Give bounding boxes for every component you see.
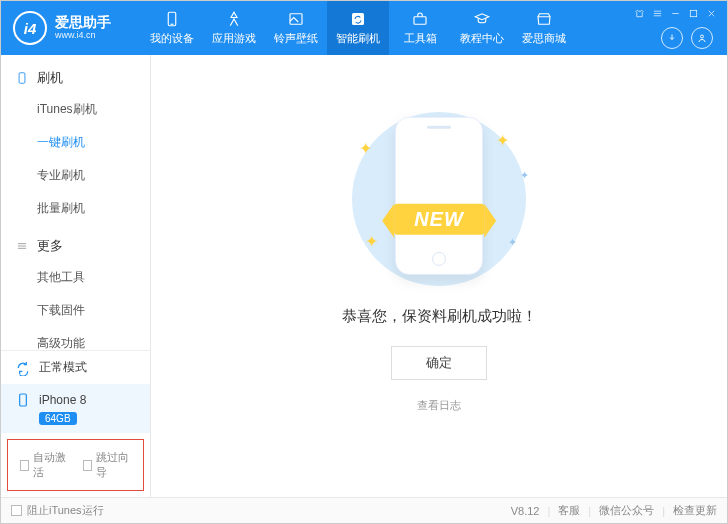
sidebar-bottom: 正常模式 iPhone 8 64GB 自动激活	[1, 350, 150, 497]
sidebar-group-title: 更多	[37, 237, 63, 255]
nav-label: 教程中心	[460, 31, 504, 46]
nav-tutorial[interactable]: 教程中心	[451, 1, 513, 55]
phone-icon	[163, 10, 181, 28]
device-icon	[15, 392, 31, 408]
auto-options-box: 自动激活 跳过向导	[7, 439, 144, 491]
phone-outline-icon	[15, 71, 29, 85]
toolbox-icon	[411, 10, 429, 28]
nav-mall[interactable]: 爱思商城	[513, 1, 575, 55]
sidebar-item-advanced[interactable]: 高级功能	[1, 327, 150, 350]
version-label: V8.12	[511, 505, 540, 517]
confirm-button[interactable]: 确定	[391, 346, 487, 380]
app-header: i4 爱思助手 www.i4.cn 我的设备 应用游戏 铃声壁纸 智能刷机	[1, 1, 727, 55]
maximize-icon[interactable]	[687, 7, 699, 19]
image-icon	[287, 10, 305, 28]
sidebar-item-itunes-flash[interactable]: iTunes刷机	[1, 93, 150, 126]
sidebar-item-download-firmware[interactable]: 下载固件	[1, 294, 150, 327]
sparkle-icon: ✦	[496, 131, 509, 150]
store-icon	[535, 10, 553, 28]
logo-subtitle: www.i4.cn	[55, 31, 111, 41]
shirt-icon[interactable]	[633, 7, 645, 19]
sparkle-icon: ✦	[520, 169, 529, 182]
checkbox-box-icon	[20, 460, 29, 471]
mode-status-row[interactable]: 正常模式	[1, 351, 150, 384]
nav-apps-games[interactable]: 应用游戏	[203, 1, 265, 55]
app-body: 刷机 iTunes刷机 一键刷机 专业刷机 批量刷机 更多 其他工具 下载固件 …	[1, 55, 727, 497]
wechat-link[interactable]: 微信公众号	[599, 503, 654, 518]
logo-badge: i4	[13, 11, 47, 45]
footer-right: V8.12 | 客服 | 微信公众号 | 检查更新	[511, 503, 717, 518]
minimize-icon[interactable]	[669, 7, 681, 19]
nav-label: 应用游戏	[212, 31, 256, 46]
svg-rect-9	[690, 10, 696, 16]
checkbox-block-itunes[interactable]: 阻止iTunes运行	[11, 503, 104, 518]
sidebar: 刷机 iTunes刷机 一键刷机 专业刷机 批量刷机 更多 其他工具 下载固件 …	[1, 55, 151, 497]
logo-title: 爱思助手	[55, 15, 111, 30]
device-name: iPhone 8	[39, 393, 86, 407]
success-illustration: ✦ ✦ ✦ ✦ ✦ NEW	[329, 109, 549, 289]
checkbox-auto-activate[interactable]: 自动激活	[20, 450, 69, 480]
nav-ringtone-wallpaper[interactable]: 铃声壁纸	[265, 1, 327, 55]
nav-my-device[interactable]: 我的设备	[141, 1, 203, 55]
nav-label: 智能刷机	[336, 31, 380, 46]
logo-block: i4 爱思助手 www.i4.cn	[1, 11, 141, 45]
header-circle-buttons	[661, 27, 713, 49]
sidebar-item-batch-flash[interactable]: 批量刷机	[1, 192, 150, 225]
app-window: i4 爱思助手 www.i4.cn 我的设备 应用游戏 铃声壁纸 智能刷机	[0, 0, 728, 524]
graduation-icon	[473, 10, 491, 28]
menu-icon[interactable]	[651, 7, 663, 19]
sync-icon	[15, 360, 31, 376]
storage-badge: 64GB	[39, 412, 77, 425]
user-button[interactable]	[691, 27, 713, 49]
refresh-icon	[349, 10, 367, 28]
sidebar-group-flash: 刷机	[1, 63, 150, 93]
nav-label: 爱思商城	[522, 31, 566, 46]
svg-point-12	[701, 35, 704, 38]
checkbox-label: 阻止iTunes运行	[27, 503, 104, 518]
sidebar-item-oneclick-flash[interactable]: 一键刷机	[1, 126, 150, 159]
checkbox-box-icon	[83, 460, 92, 471]
sparkle-icon: ✦	[365, 232, 378, 251]
view-log-link[interactable]: 查看日志	[417, 398, 461, 413]
footer-bar: 阻止iTunes运行 V8.12 | 客服 | 微信公众号 | 检查更新	[1, 497, 727, 523]
success-message: 恭喜您，保资料刷机成功啦！	[342, 307, 537, 326]
checkbox-label: 跳过向导	[96, 450, 131, 480]
svg-rect-4	[414, 17, 426, 25]
checkbox-box-icon	[11, 505, 22, 516]
sparkle-icon: ✦	[508, 236, 517, 249]
device-row[interactable]: iPhone 8 64GB	[1, 384, 150, 433]
nav-smart-flash[interactable]: 智能刷机	[327, 1, 389, 55]
close-icon[interactable]	[705, 7, 717, 19]
sidebar-group-more: 更多	[1, 231, 150, 261]
nav-label: 我的设备	[150, 31, 194, 46]
sidebar-group-title: 刷机	[37, 69, 63, 87]
sidebar-scroll: 刷机 iTunes刷机 一键刷机 专业刷机 批量刷机 更多 其他工具 下载固件 …	[1, 55, 150, 350]
svg-rect-13	[19, 73, 25, 84]
nav-toolbox[interactable]: 工具箱	[389, 1, 451, 55]
apps-icon	[225, 10, 243, 28]
nav-label: 铃声壁纸	[274, 31, 318, 46]
checkbox-skip-wizard[interactable]: 跳过向导	[83, 450, 132, 480]
sidebar-item-other-tools[interactable]: 其他工具	[1, 261, 150, 294]
logo-text: 爱思助手 www.i4.cn	[55, 15, 111, 40]
phone-illustration	[395, 117, 483, 275]
main-content: ✦ ✦ ✦ ✦ ✦ NEW 恭喜您，保资料刷机成功啦！ 确定 查看日志	[151, 55, 727, 497]
sidebar-item-pro-flash[interactable]: 专业刷机	[1, 159, 150, 192]
check-update-link[interactable]: 检查更新	[673, 503, 717, 518]
window-controls	[633, 7, 717, 19]
mode-label: 正常模式	[39, 359, 87, 376]
svg-rect-17	[20, 394, 27, 406]
menu-lines-icon	[15, 239, 29, 253]
download-button[interactable]	[661, 27, 683, 49]
checkbox-label: 自动激活	[33, 450, 68, 480]
customer-service-link[interactable]: 客服	[558, 503, 580, 518]
sparkle-icon: ✦	[359, 139, 372, 158]
new-banner: NEW	[394, 204, 484, 235]
nav-label: 工具箱	[404, 31, 437, 46]
